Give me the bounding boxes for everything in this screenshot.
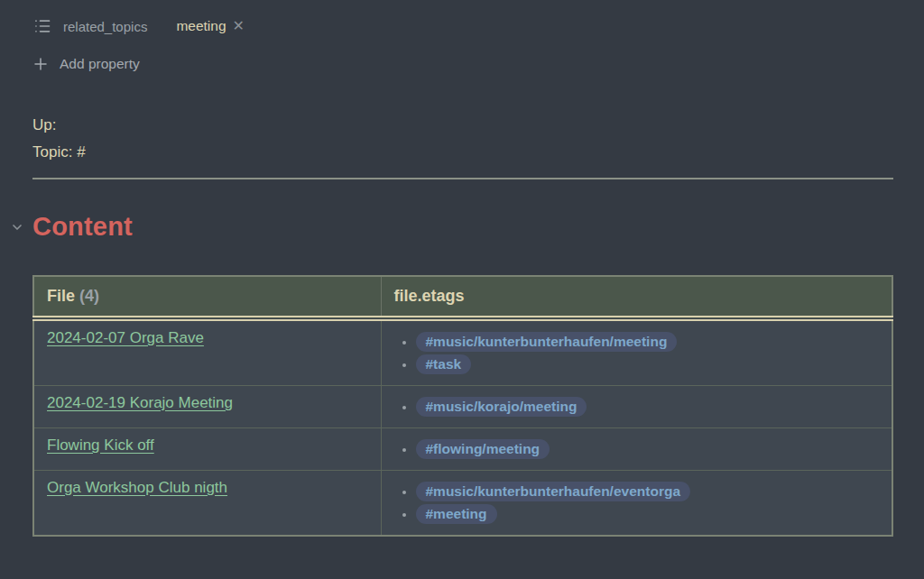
- etags-cell: #music/kunterbunterhaufen/eventorga #mee…: [381, 471, 892, 537]
- column-header-etags[interactable]: file.etags: [381, 276, 892, 318]
- note-view: related_topics meeting ✕ Add property Up…: [0, 0, 924, 579]
- section-heading[interactable]: Content: [32, 212, 133, 242]
- table-header-row: File (4) file.etags: [33, 276, 892, 318]
- list-icon: [32, 16, 52, 36]
- etags-cell: #flowing/meeting: [381, 428, 892, 471]
- note-body: Up: Topic: #: [32, 112, 924, 166]
- list-item: #music/kunterbunterhaufen/meeting: [416, 332, 880, 352]
- tag-pill[interactable]: #music/kunterbunterhaufen/eventorga: [416, 482, 691, 501]
- tag-list: #music/kunterbunterhaufen/meeting #task: [394, 332, 880, 374]
- chevron-down-icon[interactable]: [8, 218, 26, 236]
- etags-cell: #music/kunterbunterhaufen/meeting #task: [381, 318, 892, 386]
- horizontal-rule: [32, 178, 893, 179]
- tag-pill[interactable]: #music/korajo/meeting: [416, 397, 587, 417]
- tag-pill[interactable]: #flowing/meeting: [416, 439, 550, 459]
- file-link[interactable]: 2024-02-19 Korajo Meeting: [47, 394, 233, 411]
- tag-value-label[interactable]: meeting: [176, 18, 226, 34]
- file-cell: 2024-02-07 Orga Rave: [33, 318, 381, 386]
- note-line-up[interactable]: Up:: [32, 112, 924, 139]
- property-row-related-topics[interactable]: related_topics meeting ✕: [32, 14, 924, 38]
- note-line-topic[interactable]: Topic: #: [32, 139, 924, 166]
- file-cell: 2024-02-19 Korajo Meeting: [33, 386, 381, 428]
- column-header-file-label: File: [47, 287, 75, 305]
- table-row: Orga Workshop Club nigth #music/kunterbu…: [33, 471, 892, 537]
- content-heading-row: Content: [0, 212, 924, 242]
- tag-list: #music/korajo/meeting: [394, 397, 880, 417]
- add-property-label: Add property: [60, 56, 140, 72]
- tag-pill[interactable]: #music/kunterbunterhaufen/meeting: [416, 332, 678, 352]
- file-cell: Orga Workshop Club nigth: [33, 471, 381, 537]
- properties-panel: related_topics meeting ✕ Add property: [0, 0, 924, 72]
- file-link[interactable]: Orga Workshop Club nigth: [47, 479, 227, 496]
- property-key[interactable]: related_topics: [63, 19, 147, 34]
- column-header-file[interactable]: File (4): [33, 276, 381, 318]
- content-table: File (4) file.etags 2024-02-07 Orga Rave…: [32, 275, 893, 537]
- file-cell: Flowing Kick off: [33, 428, 381, 471]
- file-link[interactable]: Flowing Kick off: [47, 437, 154, 454]
- table-row: Flowing Kick off #flowing/meeting: [33, 428, 892, 471]
- table-row: 2024-02-19 Korajo Meeting #music/korajo/…: [33, 386, 892, 428]
- tag-pill[interactable]: #task: [416, 354, 472, 374]
- etags-cell: #music/korajo/meeting: [381, 386, 892, 428]
- list-item: #task: [416, 354, 880, 374]
- file-link[interactable]: 2024-02-07 Orga Rave: [47, 329, 204, 346]
- list-item: #meeting: [416, 504, 880, 524]
- table-row: 2024-02-07 Orga Rave #music/kunterbunter…: [33, 318, 892, 386]
- list-item: #music/kunterbunterhaufen/eventorga: [416, 482, 880, 501]
- close-icon[interactable]: ✕: [233, 19, 245, 33]
- plus-icon: [32, 56, 49, 72]
- property-value-tag[interactable]: meeting ✕: [176, 18, 245, 34]
- file-count-badge: (4): [79, 287, 99, 305]
- list-item: #flowing/meeting: [416, 439, 880, 459]
- list-item: #music/korajo/meeting: [416, 397, 880, 417]
- add-property-button[interactable]: Add property: [32, 56, 924, 72]
- tag-list: #flowing/meeting: [394, 439, 880, 459]
- tag-list: #music/kunterbunterhaufen/eventorga #mee…: [394, 482, 880, 524]
- tag-pill[interactable]: #meeting: [416, 504, 497, 524]
